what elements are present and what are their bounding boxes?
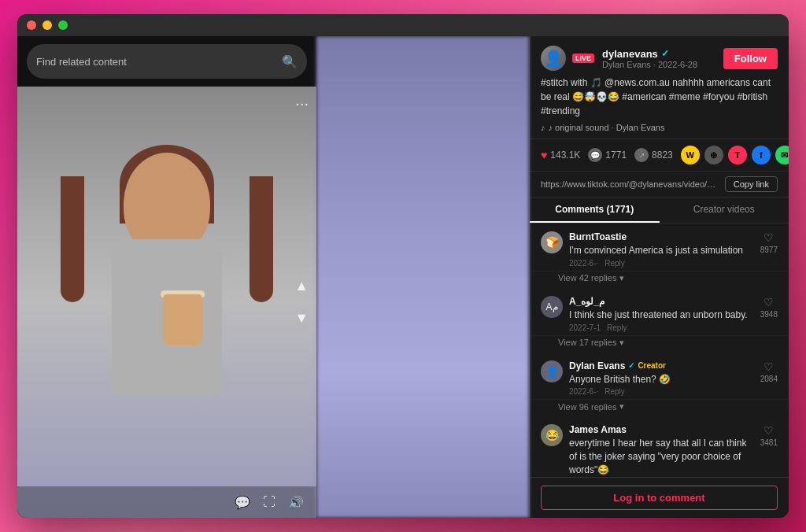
comment-text: Anyone British then? 🤣 [569,373,754,386]
live-badge: LIVE [572,54,594,63]
comments-count: 1771 [605,150,627,161]
message-icon[interactable]: ✉ [775,146,789,164]
comment-meta: 2022-6-· Reply [569,259,754,268]
comment-bubble-icon: 💬 [588,148,602,162]
comment-username: James Amas [569,424,754,435]
creator-avatar: 👤 [541,46,566,71]
log-in-bar: Log in to comment [530,477,789,518]
comment-like-button[interactable]: ♡ [763,360,774,373]
view-replies-1[interactable]: View 17 replies ▾ [558,338,789,348]
comment-username: A_م_لوه [569,296,754,307]
creator-username: dylanevans [602,48,658,60]
whatsapp-icon[interactable]: W [681,146,700,164]
comment-avatar: Aم [541,296,563,318]
comment-body: A_م_لوه I think she just threatened an u… [569,296,754,332]
creator-verified-icon: ✓ [628,361,634,370]
creator-date: Dylan Evans · 2022-6-28 [602,60,717,69]
comments-list: 🍞 BurntToastie I'm convinced America is … [530,224,789,477]
comment-body: James Amas everytime I hear her say that… [569,424,754,477]
log-in-button[interactable]: Log in to comment [541,486,778,510]
view-replies-0[interactable]: View 42 replies ▾ [558,273,789,283]
video-area: ··· ▲ ▼ 💬 ⛶ 🔊 [17,87,316,518]
sound-row: ♪ ♪ original sound · Dylan Evans [541,123,778,132]
nav-down-icon[interactable]: ▼ [294,310,309,327]
tab-comments[interactable]: Comments (1771) [530,198,660,223]
hair-left [61,176,84,302]
url-row: https://www.tiktok.com/@dylanevans/video… [530,172,789,198]
pip-icon[interactable]: ⛶ [263,495,275,509]
tiktok-share-icon[interactable]: T [728,146,747,164]
comment-username: BurntToastie [569,231,754,242]
tabs-row: Comments (1771) Creator videos [530,198,789,224]
minimize-dot[interactable] [43,20,52,30]
copy-link-button[interactable]: Copy link [725,176,778,192]
music-icon: ♪ [541,123,545,132]
verified-icon: ✓ [661,48,669,59]
cup [163,294,202,345]
facebook-icon[interactable]: f [752,146,771,164]
likes-stat: ♥ 143.1K [541,149,580,161]
comment-meta: 2022-6-· Reply [569,387,754,396]
comment-like-button[interactable]: ♡ [763,296,774,308]
comments-stat: 💬 1771 [588,148,627,162]
comment-like-count: 2084 [760,375,778,383]
comment-like-count: 3948 [760,310,778,319]
creator-name: dylanevans ✓ [602,48,717,60]
more-share-icon[interactable]: ⊕ [704,146,723,164]
comment-text: everytime I hear her say that all I can … [569,437,754,476]
window-body: 🔍 [17,36,789,518]
person-shape [65,137,269,467]
search-bar: 🔍 [27,44,307,79]
stats-row: ♥ 143.1K 💬 1771 ↗ 8823 W ⊕ T f ✉ → [530,139,789,172]
reply-button[interactable]: Reply [604,387,625,396]
video-nav: ▲ ▼ [294,278,309,327]
right-header: 👤 LIVE dylanevans ✓ Dylan Evans · 2022-6… [530,36,789,139]
video-url: https://www.tiktok.com/@dylanevans/video… [541,179,719,189]
tab-creator-videos[interactable]: Creator videos [660,198,789,223]
comment-item: 😂 James Amas everytime I hear her say th… [530,416,789,477]
comment-avatar: 👤 [541,360,563,382]
comment-right: ♡ 3948 [760,296,778,332]
more-button[interactable]: ··· [295,94,309,113]
follow-button[interactable]: Follow [723,48,778,69]
comment-like-button[interactable]: ♡ [763,231,774,244]
creator-info: dylanevans ✓ Dylan Evans · 2022-6-28 [602,48,717,69]
comment-like-count: 3481 [760,438,778,447]
view-replies-2[interactable]: View 96 replies ▾ [558,401,789,412]
heart-icon: ♥ [541,149,547,161]
reply-button[interactable]: Reply [607,323,627,332]
reply-button[interactable]: Reply [604,259,625,268]
shares-stat: ↗ 8823 [634,148,673,162]
volume-icon[interactable]: 🔊 [288,495,304,510]
comment-like-button[interactable]: ♡ [763,424,774,437]
comment-avatar: 🍞 [541,231,563,253]
caption: #stitch with 🎵 @news.com.au nahhhh ameri… [541,76,778,118]
comment-avatar: 😂 [541,424,563,446]
comment-body: BurntToastie I'm convinced America is ju… [569,231,754,268]
comment-item: 🍞 BurntToastie I'm convinced America is … [530,224,789,272]
comment-item: 👤 Dylan Evans ✓ Creator Anyone British t… [530,353,789,401]
comment-body: Dylan Evans ✓ Creator Anyone British the… [569,360,754,397]
maximize-dot[interactable] [58,20,68,30]
comment-right: ♡ 8977 [760,231,778,268]
likes-count: 143.1K [550,150,580,161]
nav-up-icon[interactable]: ▲ [294,278,309,294]
hair-right [250,176,273,302]
comment-text: I'm convinced America is just a simulati… [569,244,754,257]
video-content [17,87,316,518]
search-icon[interactable]: 🔍 [282,54,298,69]
video-controls-bar: 💬 ⛶ 🔊 [17,486,316,518]
search-input[interactable] [36,56,275,68]
left-panel: 🔍 [17,36,316,518]
shares-count: 8823 [652,150,673,161]
right-panel: 👤 LIVE dylanevans ✓ Dylan Evans · 2022-6… [529,36,789,518]
app-window: 🔍 [17,14,789,518]
close-dot[interactable] [27,20,36,30]
comment-meta: 2022-7-1 Reply [569,323,754,332]
comment-right: ♡ 2084 [760,360,778,397]
captions-icon[interactable]: 💬 [235,495,250,510]
comment-item: Aم A_م_لوه I think she just threatened a… [530,288,789,336]
comment-like-count: 8977 [760,246,778,254]
comment-right: ♡ 3481 [760,424,778,477]
creator-row: 👤 LIVE dylanevans ✓ Dylan Evans · 2022-6… [541,46,778,71]
